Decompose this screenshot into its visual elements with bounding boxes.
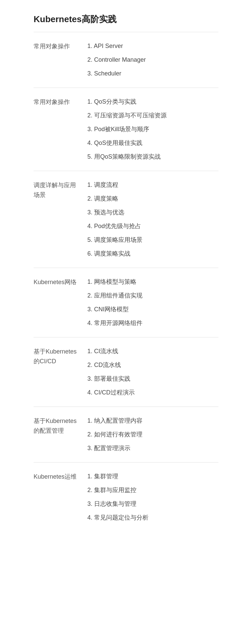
category-cell: Kubernetes网络 [34,268,87,337]
items-cell: 1. 调度流程2. 调度策略3. 预选与优选4. Pod优先级与抢占5. 调度策… [87,171,218,268]
list-item: 3. 预选与优选 [87,208,218,217]
main-container: Kubernetes高阶实践 常用对象操作1. API Server2. Con… [0,0,252,552]
table-row: Kubernetes运维1. 集群管理2. 集群与应用监控3. 日志收集与管理4… [34,463,218,532]
list-item: 2. Controller Manager [87,55,218,64]
items-cell: 1. 集群管理2. 集群与应用监控3. 日志收集与管理4. 常见问题定位与分析 [87,463,218,532]
items-cell: 1. QoS分类与实践2. 可压缩资源与不可压缩资源3. Pod被Kill场景与… [87,88,218,171]
list-item: 3. 日志收集与管理 [87,499,218,508]
list-item: 2. 可压缩资源与不可压缩资源 [87,111,218,120]
list-item: 2. 调度策略 [87,194,218,203]
list-item: 2. 如何进行有效管理 [87,430,218,439]
list-item: 4. CI/CD过程演示 [87,388,218,397]
list-item: 4. QoS使用最佳实践 [87,139,218,148]
list-item: 1. 纳入配置管理内容 [87,416,218,425]
table-row: 常用对象操作1. API Server2. Controller Manager… [34,32,218,88]
list-item: 6. 调度策略实战 [87,249,218,258]
list-item: 1. API Server [87,42,218,51]
category-cell: 调度详解与应用场景 [34,171,87,268]
table-row: Kubernetes网络1. 网络模型与策略2. 应用组件通信实现3. CNI网… [34,268,218,337]
list-item: 4. 常见问题定位与分析 [87,513,218,522]
page-title: Kubernetes高阶实践 [34,13,218,25]
category-cell: 常用对象操作 [34,88,87,171]
items-cell: 1. 纳入配置管理内容2. 如何进行有效管理3. 配置管理演示 [87,407,218,463]
category-cell: Kubernetes运维 [34,463,87,532]
list-item: 1. 调度流程 [87,180,218,190]
content-table: 常用对象操作1. API Server2. Controller Manager… [34,32,218,532]
category-cell: 常用对象操作 [34,32,87,88]
table-row: 基于Kubernetes的配置管理1. 纳入配置管理内容2. 如何进行有效管理3… [34,407,218,463]
list-item: 3. Scheduler [87,69,218,78]
list-item: 1. 网络模型与策略 [87,277,218,286]
list-item: 1. QoS分类与实践 [87,97,218,106]
table-row: 常用对象操作1. QoS分类与实践2. 可压缩资源与不可压缩资源3. Pod被K… [34,88,218,171]
items-cell: 1. 网络模型与策略2. 应用组件通信实现3. CNI网络模型4. 常用开源网络… [87,268,218,337]
category-cell: 基于Kubernetes的配置管理 [34,407,87,463]
list-item: 2. 应用组件通信实现 [87,291,218,300]
list-item: 3. Pod被Kill场景与顺序 [87,125,218,134]
list-item: 2. 集群与应用监控 [87,486,218,495]
list-item: 2. CD流水线 [87,361,218,370]
table-row: 调度详解与应用场景1. 调度流程2. 调度策略3. 预选与优选4. Pod优先级… [34,171,218,268]
category-cell: 基于Kubernetes的CI/CD [34,337,87,407]
list-item: 1. CI流水线 [87,347,218,356]
items-cell: 1. API Server2. Controller Manager3. Sch… [87,32,218,88]
list-item: 3. 部署最佳实践 [87,374,218,383]
list-item: 3. CNI网络模型 [87,305,218,314]
list-item: 4. 常用开源网络组件 [87,319,218,328]
items-cell: 1. CI流水线2. CD流水线3. 部署最佳实践4. CI/CD过程演示 [87,337,218,407]
table-row: 基于Kubernetes的CI/CD1. CI流水线2. CD流水线3. 部署最… [34,337,218,407]
list-item: 3. 配置管理演示 [87,444,218,453]
list-item: 1. 集群管理 [87,472,218,481]
list-item: 4. Pod优先级与抢占 [87,222,218,231]
list-item: 5. 调度策略应用场景 [87,235,218,245]
list-item: 5. 用QoS策略限制资源实战 [87,152,218,161]
